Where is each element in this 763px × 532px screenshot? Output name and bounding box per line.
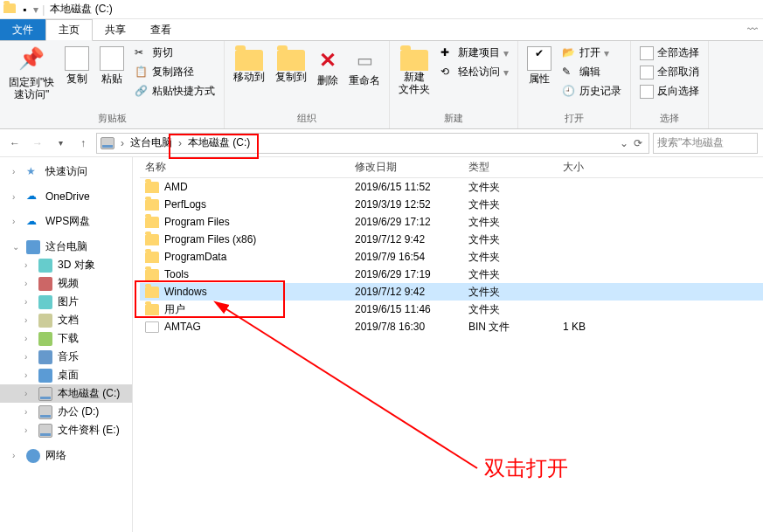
- breadcrumb-this-pc[interactable]: 这台电脑: [127, 134, 176, 153]
- new-item-button[interactable]: ✚新建项目 ▾: [439, 45, 510, 61]
- history-button[interactable]: 🕘历史记录: [560, 83, 623, 100]
- qat-toggle-icon[interactable]: ▪: [19, 3, 30, 16]
- disk-icon: [38, 424, 52, 438]
- easy-access-button[interactable]: ⟲轻松访问 ▾: [439, 64, 510, 80]
- file-row[interactable]: Program Files2019/6/29 17:12文件夹: [140, 213, 763, 231]
- col-name[interactable]: 名称: [140, 160, 355, 175]
- history-icon: 🕘: [562, 85, 576, 99]
- tree-pc-child[interactable]: ›文档: [0, 311, 132, 329]
- invert-icon: [640, 85, 654, 99]
- pc-icon: [26, 240, 40, 254]
- open-button[interactable]: 📂打开 ▾: [560, 45, 623, 61]
- copy-to-button[interactable]: 复制到: [270, 43, 312, 86]
- file-date: 2019/7/12 9:42: [355, 233, 468, 245]
- folder-icon: [145, 199, 159, 211]
- new-folder-button[interactable]: 新建 文件夹: [393, 43, 435, 100]
- copy-to-icon: [277, 50, 305, 71]
- tab-file[interactable]: 文件: [0, 19, 45, 40]
- file-row[interactable]: Tools2019/6/29 17:19文件夹: [140, 266, 763, 283]
- copy-path-button[interactable]: 📋复制路径: [133, 64, 217, 80]
- qat-dropdown-icon[interactable]: ▾: [30, 3, 42, 16]
- file-date: 2019/6/29 17:12: [355, 216, 468, 228]
- file-row[interactable]: Program Files (x86)2019/7/12 9:42文件夹: [140, 231, 763, 248]
- file-type: 文件夹: [468, 285, 563, 300]
- chevron-icon[interactable]: ›: [176, 137, 184, 149]
- rename-button[interactable]: ▭ 重命名: [343, 43, 385, 90]
- tree-quick-access[interactable]: ›★快速访问: [0, 162, 132, 181]
- file-row[interactable]: PerfLogs2019/3/19 12:52文件夹: [140, 196, 763, 213]
- col-type[interactable]: 类型: [468, 160, 563, 175]
- folder-icon: [38, 332, 52, 346]
- folder-icon: [145, 304, 159, 315]
- folder-icon: [38, 314, 52, 328]
- pin-button[interactable]: 📌 固定到"快 速访问": [3, 43, 59, 105]
- file-row[interactable]: AMD2019/6/15 11:52文件夹: [140, 178, 763, 196]
- group-open-label: 打开: [518, 110, 630, 128]
- disk-icon: [101, 137, 114, 149]
- file-name: AMTAG: [164, 321, 201, 333]
- tree-disk-c[interactable]: ›本地磁盘 (C:): [0, 384, 132, 403]
- copy-button[interactable]: 复制: [59, 43, 94, 88]
- file-name: Tools: [164, 268, 189, 280]
- tree-pc-child[interactable]: ›视频: [0, 274, 132, 293]
- tree-network[interactable]: ›网络: [0, 446, 132, 465]
- file-row[interactable]: Windows2019/7/12 9:42文件夹: [140, 283, 763, 301]
- file-row[interactable]: ProgramData2019/7/9 16:54文件夹: [140, 248, 763, 266]
- file-row[interactable]: 用户2019/6/15 11:46文件夹: [140, 301, 763, 318]
- breadcrumb-local-disk[interactable]: 本地磁盘 (C:): [184, 134, 253, 153]
- tree-pc-child[interactable]: ›下载: [0, 329, 132, 348]
- search-input[interactable]: 搜索"本地磁盘: [653, 133, 758, 154]
- tree-this-pc[interactable]: ⌄这台电脑: [0, 238, 132, 256]
- delete-icon: ✕: [319, 46, 336, 74]
- tree-disk-e[interactable]: ›文件资料 (E:): [0, 421, 132, 439]
- move-to-button[interactable]: 移动到: [228, 43, 270, 86]
- file-row[interactable]: AMTAG2019/7/8 16:30BIN 文件1 KB: [140, 318, 763, 335]
- up-button[interactable]: ↑: [73, 134, 93, 153]
- tree-pc-child[interactable]: ›音乐: [0, 348, 132, 366]
- address-dropdown-icon[interactable]: ⌄: [617, 137, 631, 149]
- cut-icon: ✂: [135, 46, 149, 60]
- forward-button[interactable]: →: [28, 134, 47, 153]
- properties-button[interactable]: ✔ 属性: [522, 43, 557, 88]
- col-size[interactable]: 大小: [563, 160, 650, 175]
- chevron-icon[interactable]: ›: [118, 137, 127, 149]
- folder-icon: [145, 234, 159, 245]
- properties-label: 属性: [529, 73, 550, 85]
- cut-button[interactable]: ✂剪切: [133, 45, 217, 61]
- select-none-button[interactable]: 全部取消: [638, 64, 701, 80]
- paste-shortcut-button[interactable]: 🔗粘贴快捷方式: [133, 83, 217, 100]
- tree-pc-child[interactable]: ›桌面: [0, 366, 132, 384]
- tab-view[interactable]: 查看: [138, 19, 184, 40]
- select-all-button[interactable]: 全部选择: [638, 45, 701, 61]
- paste-button[interactable]: 粘贴: [94, 43, 129, 88]
- file-type: 文件夹: [468, 302, 563, 317]
- tree-onedrive[interactable]: ›☁OneDrive: [0, 188, 132, 205]
- col-date[interactable]: 修改日期: [355, 160, 468, 175]
- invert-selection-button[interactable]: 反向选择: [638, 83, 701, 100]
- edit-button[interactable]: ✎编辑: [560, 64, 623, 80]
- pin-label: 固定到"快 速访问": [9, 76, 54, 101]
- recent-dropdown[interactable]: ▾: [51, 134, 70, 153]
- file-date: 2019/6/29 17:19: [355, 268, 468, 280]
- tree-pc-child[interactable]: ›3D 对象: [0, 256, 132, 274]
- file-type: 文件夹: [468, 232, 563, 247]
- file-name: Program Files (x86): [164, 233, 256, 245]
- file-date: 2019/7/8 16:30: [355, 321, 468, 333]
- back-button[interactable]: ←: [5, 134, 24, 153]
- address-bar[interactable]: › 这台电脑 › 本地磁盘 (C:) ⌄ ⟳: [96, 133, 649, 154]
- tab-share[interactable]: 共享: [93, 19, 138, 40]
- tree-disk-d[interactable]: ›办公 (D:): [0, 403, 132, 421]
- paste-shortcut-icon: 🔗: [135, 85, 149, 99]
- delete-button[interactable]: ✕ 删除: [312, 43, 343, 90]
- tree-pc-child[interactable]: ›图片: [0, 293, 132, 311]
- folder-icon: [145, 269, 159, 280]
- group-select-label: 选择: [631, 110, 708, 128]
- onedrive-icon: ☁: [26, 190, 40, 204]
- qat-folder-icon[interactable]: [0, 3, 19, 16]
- ribbon-collapse-icon[interactable]: 〰: [747, 24, 758, 36]
- navbar: ← → ▾ ↑ › 这台电脑 › 本地磁盘 (C:) ⌄ ⟳ 搜索"本地磁盘: [0, 129, 763, 157]
- tab-home[interactable]: 主页: [45, 19, 93, 41]
- tree-wps[interactable]: ›☁WPS网盘: [0, 212, 132, 231]
- folder-icon: [38, 350, 52, 364]
- refresh-icon[interactable]: ⟳: [631, 137, 645, 149]
